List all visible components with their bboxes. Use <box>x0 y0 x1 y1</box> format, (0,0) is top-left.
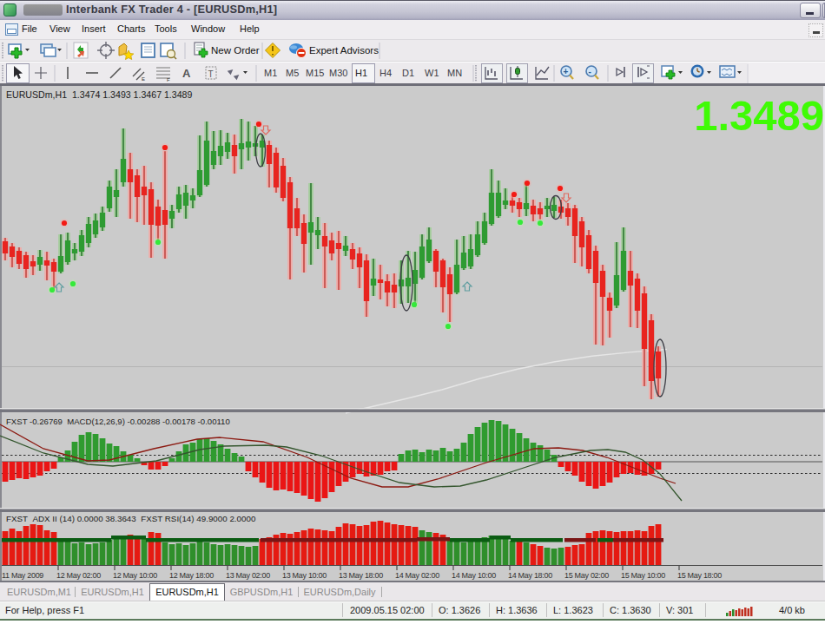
svg-text:15 May 02:00: 15 May 02:00 <box>564 571 609 580</box>
svg-text:12 May 10:00: 12 May 10:00 <box>113 571 157 580</box>
svg-text:13 May 02:00: 13 May 02:00 <box>226 571 270 580</box>
svg-text:13 May 10:00: 13 May 10:00 <box>282 571 327 580</box>
svg-text:11 May 2009: 11 May 2009 <box>2 571 43 580</box>
svg-text:FXST -0.26769 MACD(12,26,9) -: FXST -0.26769 MACD(12,26,9) -0.00288 -0.… <box>6 417 230 426</box>
svg-text:FXST ADX II (14) 0.0000 38.36: FXST ADX II (14) 0.0000 38.3643 FXST RSI… <box>6 514 256 523</box>
svg-text:15 May 18:00: 15 May 18:00 <box>677 571 722 580</box>
svg-text:14 May 10:00: 14 May 10:00 <box>452 571 496 580</box>
svg-text:12 May 18:00: 12 May 18:00 <box>169 571 214 580</box>
svg-text:12 May 02:00: 12 May 02:00 <box>56 571 101 580</box>
svg-text:14 May 18:00: 14 May 18:00 <box>508 571 552 580</box>
svg-text:EURUSDm,H1 1.3474 1.3493 1.34: EURUSDm,H1 1.3474 1.3493 1.3467 1.3489 <box>6 89 192 100</box>
svg-text:13 May 18:00: 13 May 18:00 <box>339 571 383 580</box>
svg-text:1.3489: 1.3489 <box>694 92 824 139</box>
svg-text:14 May 02:00: 14 May 02:00 <box>395 571 439 580</box>
svg-text:15 May 10:00: 15 May 10:00 <box>621 571 665 580</box>
